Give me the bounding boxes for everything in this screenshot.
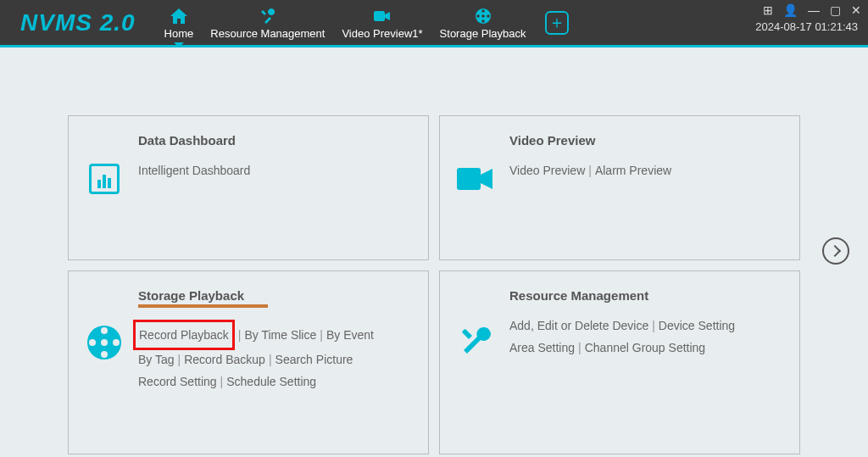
svg-point-3 <box>481 20 485 23</box>
tools-icon <box>259 7 276 25</box>
card-data-dashboard: Data Dashboard Intelligent Dashboard <box>68 115 429 260</box>
svg-rect-0 <box>374 11 385 21</box>
camera-icon <box>374 7 391 25</box>
card-title: Storage Playback <box>138 288 268 308</box>
dashboard-icon <box>86 160 123 198</box>
link-area-setting[interactable]: Area Setting <box>509 341 575 354</box>
svg-point-6 <box>481 14 485 18</box>
user-icon[interactable]: 👤 <box>783 3 798 17</box>
next-page-button[interactable] <box>822 237 849 265</box>
timestamp: 2024-08-17 01:21:43 <box>755 20 858 33</box>
highlight-box: Record Playback <box>133 320 235 350</box>
link-add-edit-delete-device[interactable]: Add, Edit or Delete Device <box>509 319 648 332</box>
svg-point-9 <box>101 327 108 334</box>
minimize-button[interactable]: — <box>808 3 820 17</box>
svg-point-13 <box>101 339 108 346</box>
link-intelligent-dashboard[interactable]: Intelligent Dashboard <box>138 164 250 177</box>
reel-icon <box>475 7 492 25</box>
svg-point-2 <box>481 9 485 13</box>
tab-label: Video Preview1* <box>342 27 422 40</box>
maximize-button[interactable]: ▢ <box>830 3 841 17</box>
tab-video-preview[interactable]: Video Preview1* <box>333 0 431 45</box>
link-by-event[interactable]: By Event <box>326 328 374 342</box>
card-title: Data Dashboard <box>138 133 413 148</box>
add-tab-button[interactable]: ＋ <box>545 11 569 35</box>
link-video-preview[interactable]: Video Preview <box>509 164 585 177</box>
card-resource-management: Resource Management Add, Edit or Delete … <box>439 270 800 455</box>
tools-icon <box>457 324 494 361</box>
link-schedule-setting[interactable]: Schedule Setting <box>226 375 316 388</box>
link-device-setting[interactable]: Device Setting <box>659 319 735 332</box>
link-record-playback[interactable]: Record Playback <box>139 328 229 342</box>
card-title: Resource Management <box>509 288 784 303</box>
svg-rect-7 <box>457 168 481 190</box>
app-logo: NVMS 2.0 <box>0 0 156 45</box>
tab-label: Resource Management <box>210 27 325 40</box>
link-record-backup[interactable]: Record Backup <box>184 353 265 366</box>
tab-storage-playback[interactable]: Storage Playback <box>431 0 535 45</box>
card-storage-playback: Storage Playback Record Playback|By Time… <box>68 270 429 455</box>
window-controls-area: ⊞ 👤 — ▢ ✕ 2024-08-17 01:21:43 <box>748 0 868 45</box>
titlebar: NVMS 2.0 Home Resource Management Video … <box>0 0 868 47</box>
tab-strip: Home Resource Management Video Preview1*… <box>156 0 569 45</box>
tab-resource-management[interactable]: Resource Management <box>202 0 333 45</box>
svg-point-5 <box>487 14 490 18</box>
grid-icon[interactable]: ⊞ <box>763 3 773 17</box>
camera-icon <box>457 160 494 198</box>
close-button[interactable]: ✕ <box>851 3 861 17</box>
link-by-time-slice[interactable]: By Time Slice <box>244 328 316 342</box>
link-alarm-preview[interactable]: Alarm Preview <box>595 164 671 177</box>
card-title: Video Preview <box>509 133 784 148</box>
link-search-picture[interactable]: Search Picture <box>275 353 353 366</box>
svg-point-11 <box>89 339 96 346</box>
home-icon <box>170 7 187 25</box>
svg-point-4 <box>476 14 480 18</box>
link-channel-group-setting[interactable]: Channel Group Setting <box>585 341 705 354</box>
svg-point-12 <box>113 339 120 346</box>
tab-home[interactable]: Home <box>156 0 203 45</box>
reel-icon <box>86 324 123 361</box>
link-by-tag[interactable]: By Tag <box>138 353 175 366</box>
tab-label: Storage Playback <box>440 27 526 40</box>
svg-point-10 <box>101 351 108 358</box>
home-content: Data Dashboard Intelligent Dashboard Vid… <box>0 47 868 454</box>
card-video-preview: Video Preview Video Preview|Alarm Previe… <box>439 115 800 260</box>
tab-label: Home <box>164 27 194 40</box>
link-record-setting[interactable]: Record Setting <box>138 375 217 388</box>
